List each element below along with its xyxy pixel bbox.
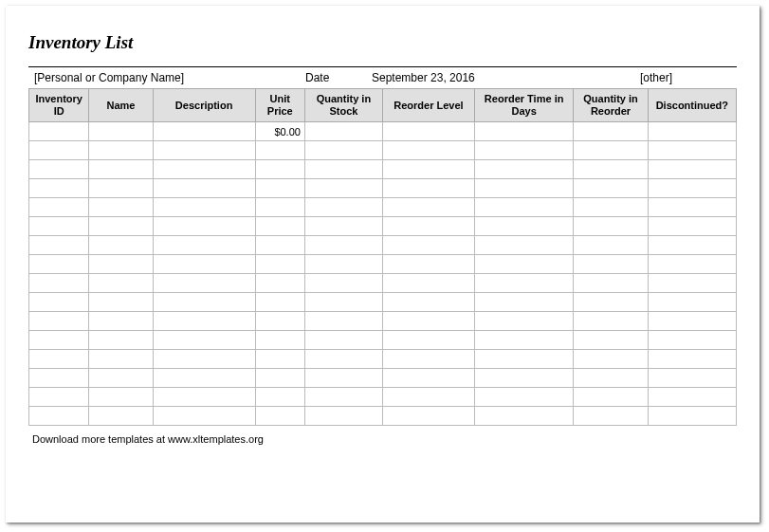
cell-id bbox=[29, 350, 89, 369]
cell-desc bbox=[153, 274, 255, 293]
cell-price bbox=[255, 312, 304, 331]
cell-disc bbox=[648, 312, 736, 331]
cell-rtime bbox=[474, 179, 573, 198]
cell-rtime bbox=[474, 350, 573, 369]
cell-id bbox=[29, 369, 89, 388]
cell-qstock bbox=[304, 141, 382, 160]
cell-id bbox=[29, 236, 89, 255]
cell-price bbox=[255, 331, 304, 350]
cell-disc bbox=[648, 331, 736, 350]
cell-desc bbox=[153, 312, 255, 331]
cell-qstock bbox=[304, 160, 382, 179]
cell-reorder bbox=[382, 160, 474, 179]
col-header-reorder-level: Reorder Level bbox=[382, 89, 474, 122]
cell-qstock bbox=[304, 217, 382, 236]
cell-desc bbox=[153, 388, 255, 407]
table-row bbox=[29, 255, 737, 274]
cell-qreorder bbox=[574, 255, 648, 274]
cell-price bbox=[255, 217, 304, 236]
cell-price: $0.00 bbox=[255, 122, 304, 141]
table-row bbox=[29, 217, 737, 236]
cell-reorder bbox=[382, 350, 474, 369]
cell-qstock bbox=[304, 236, 382, 255]
cell-qstock bbox=[304, 331, 382, 350]
cell-qreorder bbox=[574, 369, 648, 388]
date-label: Date bbox=[305, 71, 372, 84]
date-value: September 23, 2016 bbox=[372, 71, 640, 84]
inventory-table: Inventory ID Name Description Unit Price… bbox=[28, 89, 737, 426]
cell-desc bbox=[153, 331, 255, 350]
table-row bbox=[29, 236, 737, 255]
cell-reorder bbox=[382, 236, 474, 255]
cell-desc bbox=[153, 217, 255, 236]
cell-name bbox=[89, 388, 153, 407]
cell-name bbox=[89, 293, 153, 312]
cell-disc bbox=[648, 141, 736, 160]
cell-price bbox=[255, 160, 304, 179]
cell-disc bbox=[648, 255, 736, 274]
cell-rtime bbox=[474, 122, 573, 141]
cell-qreorder bbox=[574, 293, 648, 312]
cell-qstock bbox=[304, 350, 382, 369]
table-row bbox=[29, 369, 737, 388]
cell-name bbox=[89, 407, 153, 426]
cell-qstock bbox=[304, 198, 382, 217]
cell-disc bbox=[648, 160, 736, 179]
document-page: Inventory List [Personal or Company Name… bbox=[6, 6, 760, 523]
table-row: $0.00 bbox=[29, 122, 737, 141]
cell-qstock bbox=[304, 293, 382, 312]
cell-rtime bbox=[474, 407, 573, 426]
cell-qstock bbox=[304, 388, 382, 407]
table-row bbox=[29, 331, 737, 350]
cell-disc bbox=[648, 350, 736, 369]
cell-desc bbox=[153, 369, 255, 388]
cell-price bbox=[255, 350, 304, 369]
cell-price bbox=[255, 141, 304, 160]
cell-id bbox=[29, 141, 89, 160]
page-title: Inventory List bbox=[28, 32, 737, 53]
cell-name bbox=[89, 350, 153, 369]
cell-qreorder bbox=[574, 198, 648, 217]
cell-price bbox=[255, 198, 304, 217]
col-header-quantity-stock: Quantity in Stock bbox=[304, 89, 382, 122]
cell-rtime bbox=[474, 141, 573, 160]
table-row bbox=[29, 274, 737, 293]
cell-id bbox=[29, 179, 89, 198]
cell-price bbox=[255, 255, 304, 274]
cell-qreorder bbox=[574, 179, 648, 198]
cell-qstock bbox=[304, 407, 382, 426]
cell-price bbox=[255, 293, 304, 312]
cell-name bbox=[89, 198, 153, 217]
cell-name bbox=[89, 369, 153, 388]
cell-desc bbox=[153, 179, 255, 198]
col-header-quantity-reorder: Quantity in Reorder bbox=[574, 89, 648, 122]
cell-disc bbox=[648, 236, 736, 255]
cell-rtime bbox=[474, 369, 573, 388]
col-header-description: Description bbox=[153, 89, 255, 122]
cell-qreorder bbox=[574, 407, 648, 426]
table-header-row: Inventory ID Name Description Unit Price… bbox=[29, 89, 737, 122]
cell-reorder bbox=[382, 141, 474, 160]
cell-price bbox=[255, 407, 304, 426]
cell-reorder bbox=[382, 179, 474, 198]
cell-reorder bbox=[382, 198, 474, 217]
cell-name bbox=[89, 217, 153, 236]
cell-disc bbox=[648, 369, 736, 388]
footer-text: Download more templates at www.xltemplat… bbox=[28, 426, 737, 445]
other-placeholder: [other] bbox=[640, 71, 735, 84]
cell-desc bbox=[153, 293, 255, 312]
cell-id bbox=[29, 160, 89, 179]
cell-disc bbox=[648, 407, 736, 426]
cell-price bbox=[255, 388, 304, 407]
cell-id bbox=[29, 198, 89, 217]
cell-qstock bbox=[304, 179, 382, 198]
cell-desc bbox=[153, 198, 255, 217]
cell-qreorder bbox=[574, 160, 648, 179]
table-row bbox=[29, 293, 737, 312]
col-header-discontinued: Discontinued? bbox=[648, 89, 736, 122]
cell-name bbox=[89, 236, 153, 255]
company-name-placeholder: [Personal or Company Name] bbox=[30, 71, 305, 84]
cell-disc bbox=[648, 217, 736, 236]
col-header-inventory-id: Inventory ID bbox=[29, 89, 89, 122]
cell-disc bbox=[648, 198, 736, 217]
